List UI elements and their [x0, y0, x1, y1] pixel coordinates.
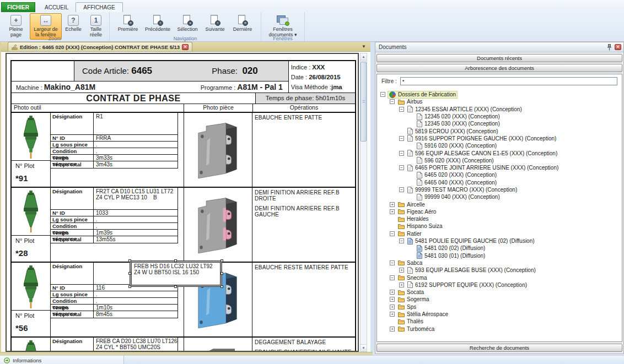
tree-item[interactable]: −Airbus	[378, 98, 622, 105]
tree-item-label: Thalès	[407, 318, 423, 324]
scroll-down-icon[interactable]: ▼	[361, 344, 367, 351]
tree-item[interactable]: −5481 POULIE EQUIPE GAUCHE (02) (Diffusi…	[378, 237, 622, 245]
expand-icon[interactable]: +	[390, 202, 395, 207]
close-panel-icon[interactable]: ×	[615, 44, 621, 50]
tree-item[interactable]: +Turboméca	[378, 325, 622, 333]
tree-item[interactable]: −Snecma	[378, 274, 622, 281]
tree-item[interactable]: +Sogerma	[378, 296, 622, 303]
collapse-icon[interactable]: −	[399, 187, 404, 192]
tree-item[interactable]: 596 020 (XXX) (Conception)	[378, 157, 622, 164]
expand-icon[interactable]: +	[399, 268, 404, 273]
tree-item[interactable]: +6192 SUPPORT EQUIPE (XXX) (Conception)	[378, 281, 622, 289]
temps-sequence-label: Temps séquence	[51, 155, 94, 161]
precedente-button[interactable]: ‹ Précédente	[142, 13, 174, 34]
collapse-icon[interactable]: −	[390, 275, 395, 280]
tree-item[interactable]: Herakles	[378, 215, 622, 222]
tree-item[interactable]: 5819 ECROU (XXX) (Conception)	[378, 127, 622, 134]
expand-icon[interactable]: +	[390, 327, 395, 332]
tree-item[interactable]: −Ratier	[378, 230, 622, 237]
tab-fichier[interactable]: FICHIER	[1, 2, 35, 12]
tab-list-dropdown-icon[interactable]: ▼	[362, 44, 366, 49]
selection-handle[interactable]	[128, 272, 131, 275]
tree-item[interactable]: +Aircelle	[378, 200, 622, 208]
derniere-button[interactable]: » Dernière	[229, 13, 256, 34]
collapse-icon[interactable]: −	[390, 99, 395, 104]
recherche-documents-bar[interactable]: Recherche de documents	[376, 344, 622, 352]
arborescence-bar[interactable]: Arborescence des documents	[376, 64, 622, 72]
tree-item[interactable]: +Stélia Aérospace	[378, 311, 622, 318]
echelle-button[interactable]: ? Echelle	[62, 13, 85, 34]
tree-item[interactable]: −Dossiers de Fabrication	[378, 91, 622, 98]
premiere-button[interactable]: « Première	[114, 13, 142, 34]
lg-sous-pince-label: Lg sous pince	[51, 216, 94, 222]
documents-recents-bar[interactable]: Documents récents	[376, 54, 622, 62]
expand-icon[interactable]: +	[390, 312, 395, 317]
tree-item[interactable]: Hispano Suiza	[378, 222, 622, 230]
document-scrollbar[interactable]: ▲ ▼	[360, 53, 367, 352]
tree-item[interactable]: 6465 040 (XXX) (Conception)	[378, 179, 622, 186]
tab-affichage[interactable]: AFFICHAGE	[76, 2, 122, 12]
selection-handle[interactable]	[220, 285, 223, 288]
tree-item[interactable]: 5481 030 (01) (Diffusion)	[378, 252, 622, 259]
group-zoom: + Pleine page ↔ Largeur de la fenêtre ? …	[0, 12, 110, 41]
temps-total-label: Temps total	[51, 311, 94, 318]
expand-icon[interactable]: +	[399, 282, 404, 287]
selection-handle[interactable]	[174, 259, 177, 262]
document-tab[interactable]: Edition : 6465 020 (XXX) (Conception) CO…	[8, 42, 192, 51]
collapse-icon[interactable]: −	[380, 92, 385, 97]
tree-item[interactable]: −12345 ESSAI ARTICLE (XXX) (Conception)	[378, 106, 622, 113]
suivante-button[interactable]: › Suivante	[201, 13, 229, 34]
tree-item[interactable]: +Figeac Aéro	[378, 208, 622, 215]
tree-item[interactable]: −596 EQUIP ALESAGE CANON E1-E5 (XXX) (Co…	[378, 149, 622, 156]
collapse-icon[interactable]: −	[399, 165, 404, 170]
expand-icon[interactable]: +	[390, 297, 395, 302]
collapse-icon[interactable]: −	[390, 260, 395, 265]
tree-item[interactable]: 6465 020 (XXX) (Conception)	[378, 171, 622, 178]
selection-button[interactable]: ▪ Sélection	[174, 13, 201, 34]
tree-item[interactable]: −5916 SUPPORT POIGNEE GAUCHE (XXX) (Conc…	[378, 135, 622, 142]
n-plot-label: N° Plot	[15, 312, 50, 319]
tree-item[interactable]: 5916 020 (XXX) (Conception)	[378, 142, 622, 149]
selection-handle[interactable]	[128, 259, 131, 262]
scrollbar-thumb[interactable]	[361, 62, 367, 142]
informations-tab[interactable]: Informations	[0, 356, 124, 364]
panel-splitter[interactable]	[370, 42, 375, 352]
selection-handle[interactable]	[220, 272, 223, 275]
selection-handle[interactable]	[128, 285, 131, 288]
selection-handle[interactable]	[174, 285, 177, 288]
collapse-icon[interactable]: −	[390, 231, 395, 236]
filter-input[interactable]	[400, 77, 617, 85]
collapse-icon[interactable]: −	[399, 136, 404, 141]
tree-item[interactable]: 12345 030 (XXX) (Conception)	[378, 120, 622, 127]
tree-item[interactable]: −99999 TEST MACRO (XXX) (Conception)	[378, 186, 622, 193]
tree-item[interactable]: Thalès	[378, 318, 622, 325]
selection-handle[interactable]	[220, 259, 223, 262]
designation-selection-box[interactable]: FREB HS D16 LC32 LU32 LT92 Z4 W U BBT50 …	[130, 261, 222, 286]
expand-icon[interactable]: +	[390, 305, 395, 309]
tree-item-label: Socata	[407, 289, 424, 295]
pin-icon[interactable]	[607, 44, 612, 51]
expand-icon[interactable]: +	[390, 290, 395, 295]
tree-item[interactable]: 99999 040 (XXX) (Conception)	[378, 193, 622, 200]
collapse-icon[interactable]: −	[399, 238, 404, 243]
expand-icon[interactable]: +	[390, 209, 395, 214]
tree-item[interactable]: −Sabca	[378, 259, 622, 267]
tree-indent	[408, 253, 413, 258]
tree-item[interactable]: +Socata	[378, 289, 622, 296]
tree-item[interactable]: 5481 020 (02) (Diffusion)	[378, 245, 622, 252]
scroll-up-icon[interactable]: ▲	[361, 53, 367, 61]
collapse-icon[interactable]: −	[399, 107, 404, 112]
tree-item[interactable]: +Sps	[378, 303, 622, 311]
documents-tree-box: Filtre : −Dossiers de Fabrication−Airbus…	[376, 74, 622, 342]
collapse-icon[interactable]: −	[399, 151, 404, 156]
tree-item[interactable]: +593 EQUIP ALESAGE BUSE (XXX) (Conceptio…	[378, 267, 622, 274]
tree-item[interactable]: 12345 020 (XXX) (Conception)	[378, 113, 622, 120]
header-empty-cell	[12, 61, 74, 81]
next-page-icon: ›	[209, 15, 220, 26]
tab-accueil[interactable]: ACCUEIL	[37, 3, 76, 12]
tree-item[interactable]: −6465 PORTE JOINT ARRIERE USINE (XXX) (C…	[378, 164, 622, 171]
close-document-icon[interactable]: ×	[182, 44, 189, 50]
scale-icon: ?	[68, 15, 79, 26]
temps-sequence-value: 1m39s	[94, 230, 177, 236]
tree-indent	[408, 121, 413, 126]
